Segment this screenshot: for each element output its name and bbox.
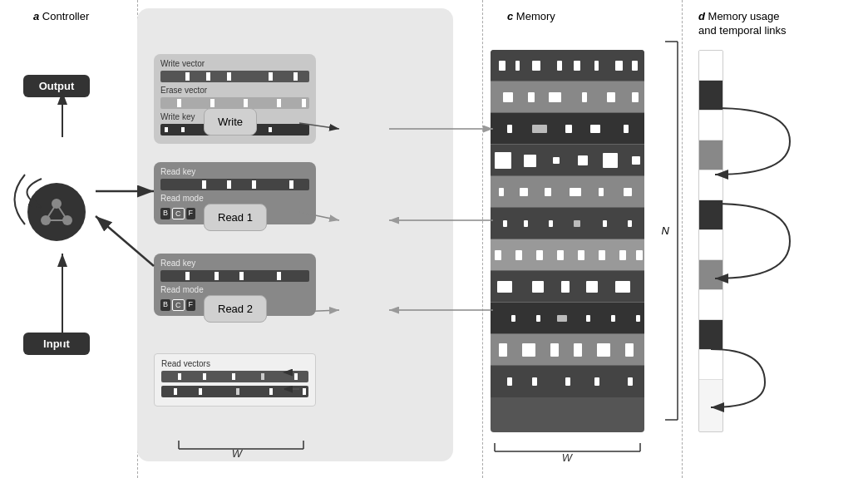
mode-f-1: F xyxy=(186,208,196,219)
read-vectors-label: Read vectors xyxy=(161,359,308,368)
usage-row-1 xyxy=(699,51,723,81)
read-vectors-box: Read vectors xyxy=(154,353,316,407)
memory-row-8 xyxy=(491,271,644,303)
mode-b-2: B xyxy=(160,299,170,311)
panel-d-memory-usage xyxy=(682,8,861,461)
read-key-label-1: Read key xyxy=(160,167,309,176)
usage-row-4 xyxy=(699,140,723,170)
usage-row-9 xyxy=(699,290,723,320)
usage-row-11 xyxy=(699,350,723,380)
memory-row-11 xyxy=(491,366,644,397)
controller-icon xyxy=(36,191,77,233)
usage-row-8 xyxy=(699,260,723,290)
memory-row-2 xyxy=(491,81,644,113)
svg-text:W: W xyxy=(562,451,574,464)
mode-b-1: B xyxy=(160,208,170,219)
read-key-bar-1 xyxy=(160,179,309,190)
read-vector-bar-2 xyxy=(161,386,308,397)
memory-row-4 xyxy=(491,145,644,176)
w-bracket-c: W xyxy=(491,439,644,464)
memory-row-7 xyxy=(491,239,644,271)
read-mode-1: B C F xyxy=(160,208,195,219)
memory-row-6 xyxy=(491,208,644,239)
write-vector-label: Write vector xyxy=(160,59,309,68)
self-loop-svg xyxy=(8,166,33,233)
svg-line-3 xyxy=(46,204,57,220)
memory-row-1 xyxy=(491,50,644,81)
read-vector-bar-1 xyxy=(161,371,308,382)
usage-row-5 xyxy=(699,170,723,200)
panel-b-read-write-heads: Write vector Erase vector Write key xyxy=(137,8,453,461)
usage-row-6 xyxy=(699,200,723,230)
diagram-container: a Controller b Read and write heads c Me… xyxy=(0,0,868,478)
memory-row-3 xyxy=(491,113,644,145)
w-bracket-b: W xyxy=(170,432,312,457)
read-mode-label-2: Read mode xyxy=(160,285,309,294)
memory-row-10 xyxy=(491,334,644,366)
read-key-bar-2 xyxy=(160,270,309,282)
input-button: Input xyxy=(23,333,90,355)
read2-button[interactable]: Read 2 xyxy=(204,295,267,323)
read1-button[interactable]: Read 1 xyxy=(204,204,267,231)
memory-row-5 xyxy=(491,176,644,208)
usage-row-2 xyxy=(699,81,723,111)
read-key-label-2: Read key xyxy=(160,259,309,268)
controller-circle xyxy=(27,183,86,241)
usage-row-7 xyxy=(699,230,723,260)
output-button: Output xyxy=(23,75,90,97)
w-label-b: W xyxy=(170,432,312,460)
usage-column xyxy=(698,50,723,432)
write-button[interactable]: Write xyxy=(204,108,257,136)
mode-c-2: C xyxy=(172,299,185,311)
mode-f-2: F xyxy=(186,299,196,311)
svg-text:W: W xyxy=(232,447,244,457)
panel-c-memory: W N xyxy=(482,8,665,461)
memory-grid xyxy=(491,50,644,432)
erase-vector-label: Erase vector xyxy=(160,86,309,95)
read-mode-label-1: Read mode xyxy=(160,194,309,203)
memory-row-9 xyxy=(491,303,644,334)
label-a: a Controller xyxy=(33,10,89,22)
write-vector-bar xyxy=(160,71,309,82)
panel-a-controller: Output Input xyxy=(8,25,133,449)
svg-line-4 xyxy=(57,204,67,220)
usage-row-10 xyxy=(699,320,723,350)
erase-vector-bar xyxy=(160,97,309,109)
n-label: N xyxy=(662,224,669,237)
mode-c-1: C xyxy=(172,208,185,219)
usage-row-3 xyxy=(699,111,723,140)
read-mode-2: B C F xyxy=(160,299,195,311)
